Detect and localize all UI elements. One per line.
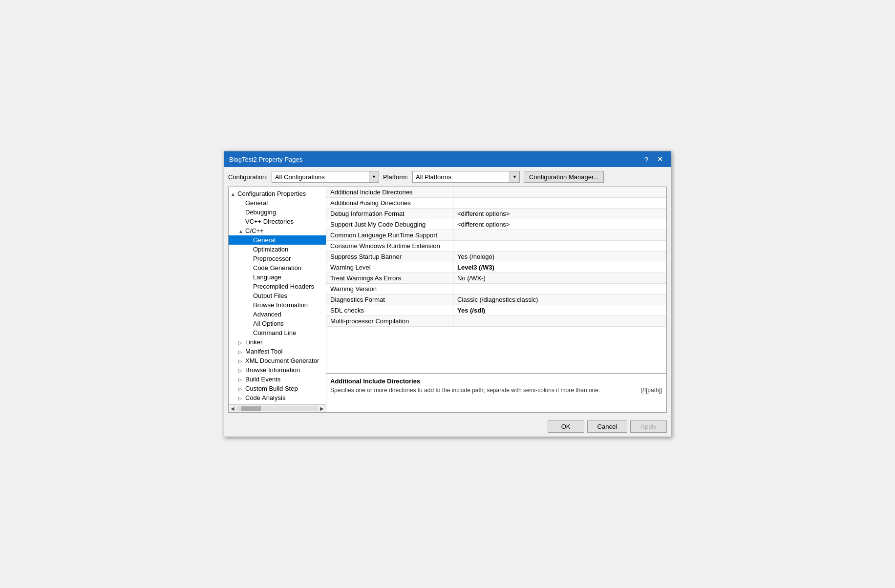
- platform-dropdown[interactable]: All Platforms ▼: [412, 171, 520, 183]
- expand-icon-code-analysis: ▷: [238, 396, 245, 401]
- close-button[interactable]: ✕: [654, 154, 666, 164]
- prop-row-3[interactable]: Support Just My Code Debugging<different…: [326, 219, 666, 230]
- platform-dropdown-arrow[interactable]: ▼: [510, 171, 519, 182]
- tree-label-optimization: Optimization: [253, 246, 288, 253]
- ok-button[interactable]: OK: [548, 420, 584, 433]
- prop-value-8: No (/WX-): [453, 273, 666, 283]
- title-bar: BlogTest2 Property Pages ? ✕: [224, 151, 671, 167]
- tree-item-code-analysis[interactable]: ▷Code Analysis: [229, 393, 326, 402]
- config-manager-button[interactable]: Configuration Manager...: [524, 171, 604, 183]
- tree-item-code-gen[interactable]: Code Generation: [229, 263, 326, 273]
- scroll-right-arrow[interactable]: ▶: [320, 406, 324, 411]
- tree-label-manifest-tool: Manifest Tool: [245, 348, 282, 355]
- platform-value: All Platforms: [413, 173, 510, 181]
- scroll-left-arrow[interactable]: ◀: [231, 406, 234, 411]
- tree-item-cpp[interactable]: ▲C/C++: [229, 226, 326, 235]
- expand-icon-cpp: ▲: [238, 229, 245, 234]
- tree-label-build-events: Build Events: [245, 376, 280, 383]
- tree-label-debugging: Debugging: [245, 209, 276, 216]
- prop-row-10[interactable]: Diagnostics FormatClassic (/diagnostics:…: [326, 294, 666, 305]
- tree-item-manifest-tool[interactable]: ▷Manifest Tool: [229, 347, 326, 356]
- prop-value-12: [453, 316, 666, 326]
- prop-value-7: Level3 (/W3): [453, 262, 666, 273]
- prop-row-0[interactable]: Additional Include Directories: [326, 187, 666, 198]
- prop-value-1: [453, 198, 666, 208]
- tree-item-browse-info2[interactable]: ▷Browse Information: [229, 365, 326, 375]
- tree-label-cmd-line: Command Line: [253, 329, 296, 336]
- prop-name-12: Multi-processor Compilation: [326, 316, 453, 326]
- prop-name-5: Consume Windows Runtime Extension: [326, 241, 453, 251]
- tree-item-output-files[interactable]: Output Files: [229, 291, 326, 300]
- prop-desc-flag: (/I[path]): [640, 387, 662, 394]
- title-bar-buttons: ? ✕: [640, 154, 666, 164]
- tree-item-language[interactable]: Language: [229, 273, 326, 282]
- config-dropdown-arrow[interactable]: ▼: [369, 171, 379, 182]
- cancel-button[interactable]: Cancel: [587, 420, 627, 433]
- prop-name-1: Additional #using Directories: [326, 198, 453, 208]
- prop-value-5: [453, 241, 666, 251]
- prop-desc-text: Specifies one or more directories to add…: [330, 387, 600, 394]
- prop-name-2: Debug Information Format: [326, 209, 453, 219]
- tree-item-vc-dirs[interactable]: VC++ Directories: [229, 217, 326, 226]
- expand-icon-browse-info2: ▷: [238, 368, 245, 373]
- apply-button[interactable]: Apply: [630, 420, 667, 433]
- prop-row-1[interactable]: Additional #using Directories: [326, 198, 666, 209]
- tree-item-build-events[interactable]: ▷Build Events: [229, 375, 326, 384]
- tree-label-browse-info: Browse Information: [253, 301, 308, 309]
- tree-panel: ▲Configuration PropertiesGeneralDebuggin…: [229, 187, 326, 404]
- dialog-footer: OK Cancel Apply: [224, 417, 671, 437]
- prop-value-3: <different options>: [453, 219, 666, 230]
- prop-row-9[interactable]: Warning Version: [326, 284, 666, 294]
- tree-item-optimization[interactable]: Optimization: [229, 245, 326, 254]
- prop-row-7[interactable]: Warning LevelLevel3 (/W3): [326, 262, 666, 273]
- tree-label-output-files: Output Files: [253, 292, 287, 299]
- prop-row-11[interactable]: SDL checksYes (/sdl): [326, 305, 666, 316]
- help-button[interactable]: ?: [640, 154, 652, 164]
- tree-label-linker: Linker: [245, 338, 262, 346]
- tree-scrollbar[interactable]: ◀ ▶: [229, 404, 326, 412]
- prop-row-2[interactable]: Debug Information Format<different optio…: [326, 209, 666, 219]
- prop-desc-title: Additional Include Directories: [330, 378, 662, 385]
- tree-item-advanced[interactable]: Advanced: [229, 310, 326, 319]
- tree-item-linker[interactable]: ▷Linker: [229, 337, 326, 347]
- tree-item-browse-info[interactable]: Browse Information: [229, 300, 326, 310]
- tree-label-xml-doc-gen: XML Document Generator: [245, 357, 319, 364]
- tree-item-custom-build[interactable]: ▷Custom Build Step: [229, 384, 326, 393]
- tree-item-cmd-line[interactable]: Command Line: [229, 328, 326, 337]
- main-content: ▲Configuration PropertiesGeneralDebuggin…: [228, 187, 667, 413]
- prop-row-8[interactable]: Treat Warnings As ErrorsNo (/WX-): [326, 273, 666, 284]
- tree-label-config-props: Configuration Properties: [237, 190, 306, 197]
- prop-table: Additional Include DirectoriesAdditional…: [326, 187, 666, 373]
- prop-value-10: Classic (/diagnostics:classic): [453, 294, 666, 305]
- tree-label-code-analysis: Code Analysis: [245, 394, 285, 401]
- tree-label-preprocessor: Preprocessor: [253, 255, 291, 262]
- prop-row-4[interactable]: Common Language RunTime Support: [326, 230, 666, 241]
- expand-icon-linker: ▷: [238, 340, 245, 345]
- tree-item-preprocessor[interactable]: Preprocessor: [229, 254, 326, 263]
- tree-item-general[interactable]: General: [229, 198, 326, 208]
- tree-label-precomp-headers: Precompiled Headers: [253, 283, 314, 290]
- prop-row-12[interactable]: Multi-processor Compilation: [326, 316, 666, 327]
- tree-item-xml-doc-gen[interactable]: ▷XML Document Generator: [229, 356, 326, 365]
- prop-name-8: Treat Warnings As Errors: [326, 273, 453, 283]
- tree-label-cpp: C/C++: [245, 227, 264, 234]
- scrollbar-track: [236, 406, 318, 411]
- prop-name-10: Diagnostics Format: [326, 294, 453, 305]
- config-row: Configuration: All Configurations ▼ Plat…: [228, 171, 667, 183]
- prop-value-0: [453, 187, 666, 197]
- tree-item-all-options[interactable]: All Options: [229, 319, 326, 328]
- prop-row-6[interactable]: Suppress Startup BannerYes (/nologo): [326, 252, 666, 262]
- tree-item-config-props[interactable]: ▲Configuration Properties: [229, 189, 326, 198]
- prop-row-5[interactable]: Consume Windows Runtime Extension: [326, 241, 666, 252]
- tree-item-debugging[interactable]: Debugging: [229, 208, 326, 217]
- tree-item-precomp-headers[interactable]: Precompiled Headers: [229, 282, 326, 291]
- configuration-dropdown[interactable]: All Configurations ▼: [272, 171, 379, 183]
- expand-icon-manifest-tool: ▷: [238, 349, 245, 355]
- expand-icon-xml-doc-gen: ▷: [238, 358, 245, 364]
- property-pages-dialog: BlogTest2 Property Pages ? ✕ Configurati…: [224, 151, 671, 437]
- tree-label-language: Language: [253, 273, 281, 281]
- tree-item-cpp-general[interactable]: General: [229, 235, 326, 245]
- scrollbar-thumb: [241, 406, 261, 411]
- platform-label: Platform:: [383, 173, 408, 181]
- prop-name-11: SDL checks: [326, 305, 453, 315]
